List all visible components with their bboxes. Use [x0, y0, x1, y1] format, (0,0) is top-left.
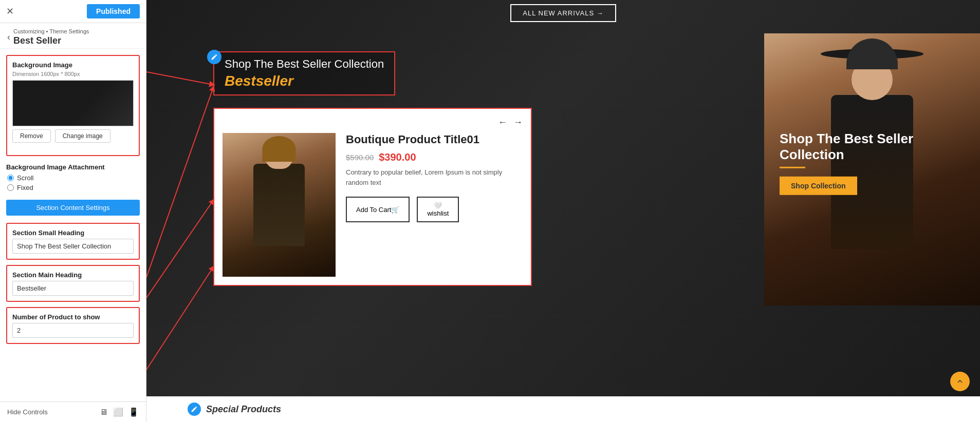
left-panel: ✕ Published ‹ Customizing • Theme Settin… [0, 0, 146, 422]
all-new-arrivals-button[interactable]: ALL NEW ARRIVALS → [510, 4, 616, 22]
product-price-row: $590.00 $390.00 [346, 151, 523, 163]
product-info: Boutique Product Title01 $590.00 $390.00… [346, 133, 523, 277]
panel-footer: Hide Controls 🖥 ⬜ 📱 [0, 401, 146, 422]
main-topbar: ALL NEW ARRIVALS → [146, 0, 980, 26]
background-image-group: Background Image Dimension 1600px * 800p… [6, 55, 140, 156]
product-card-area: ← → Sale! [213, 108, 532, 286]
right-panel-line [780, 167, 805, 168]
product-actions: Add To Cart🛒 🤍 wishlist [346, 197, 523, 222]
small-heading-group: Section Small Heading [6, 223, 140, 260]
change-image-button[interactable]: Change image [55, 129, 110, 143]
prev-button[interactable]: ← [498, 117, 507, 128]
image-preview [12, 80, 134, 126]
product-description: Contrary to popular belief, Lorem Ipsum … [346, 167, 523, 187]
special-products-bar: Special Products [146, 396, 980, 422]
main-heading-group: Section Main Heading [6, 265, 140, 302]
product-placeholder [223, 133, 336, 277]
price-new: $390.00 [379, 151, 416, 163]
scroll-label: Scroll [17, 174, 34, 182]
back-button[interactable]: ‹ [7, 32, 10, 43]
woman-overlay-text: Shop The Best Seller Collection Shop Col… [780, 131, 980, 195]
woman-image: Shop The Best Seller Collection Shop Col… [764, 33, 980, 305]
wishlist-button[interactable]: 🤍 wishlist [417, 197, 459, 222]
edit-pencil-icon[interactable] [207, 50, 221, 64]
published-button[interactable]: Published [87, 4, 140, 18]
bg-attachment-group: Background Image Attachment Scroll Fixed [6, 163, 140, 191]
scroll-top-button[interactable] [950, 372, 970, 391]
shop-collection-button[interactable]: Shop Collection [780, 177, 857, 195]
tablet-icon[interactable]: ⬜ [113, 407, 123, 417]
small-heading-input[interactable] [12, 239, 134, 254]
wishlist-icon: 🤍 [427, 202, 449, 209]
num-products-label: Number of Product to show [12, 313, 134, 321]
breadcrumb: Customizing • Theme Settings [13, 28, 89, 34]
hero-main-heading: Bestseller [225, 73, 384, 89]
mobile-icon[interactable]: 📱 [128, 407, 139, 417]
small-heading-label: Section Small Heading [12, 229, 134, 237]
radio-group: Scroll Fixed [7, 174, 140, 191]
bg-image-label: Background Image [12, 61, 134, 69]
remove-image-button[interactable]: Remove [12, 129, 51, 143]
panel-scroll-area: Background Image Dimension 1600px * 800p… [0, 49, 146, 401]
panel-header: ✕ Published [0, 0, 146, 23]
main-content: ALL NEW ARRIVALS → Shop The Best Seller … [146, 0, 980, 422]
hide-controls-label: Hide Controls [7, 408, 48, 416]
price-old: $590.00 [346, 153, 374, 162]
hero-small-heading: Shop The Best Seller Collection [225, 57, 384, 71]
page-title: Best Seller [13, 35, 89, 46]
scroll-radio[interactable]: Scroll [7, 174, 140, 182]
section-content-button[interactable]: Section Content Settings [6, 200, 140, 216]
special-products-text: Special Products [206, 404, 281, 415]
right-panel-title: Shop The Best Seller Collection [780, 131, 980, 163]
product-card-nav: ← → [223, 117, 523, 128]
close-button[interactable]: ✕ [6, 6, 14, 17]
product-image: Sale! [223, 133, 336, 277]
main-heading-input[interactable] [12, 281, 134, 296]
pencil-svg [211, 53, 218, 61]
desktop-icon[interactable]: 🖥 [100, 407, 108, 417]
device-icons: 🖥 ⬜ 📱 [100, 407, 139, 417]
special-products-icon [188, 402, 201, 416]
fixed-radio-input[interactable] [7, 184, 14, 191]
bg-dimension-label: Dimension 1600px * 800px [12, 71, 134, 77]
hide-controls[interactable]: Hide Controls [7, 408, 48, 416]
scroll-radio-input[interactable] [7, 175, 14, 181]
product-title: Boutique Product Title01 [346, 133, 523, 146]
fixed-radio[interactable]: Fixed [7, 184, 140, 191]
bg-attachment-label: Background Image Attachment [6, 163, 140, 171]
add-to-cart-button[interactable]: Add To Cart🛒 [346, 197, 410, 222]
product-card-inner: Sale! Boutique Product Title01 $59 [223, 133, 523, 277]
image-buttons: Remove Change image [12, 129, 134, 143]
main-heading-label: Section Main Heading [12, 271, 134, 279]
fixed-label: Fixed [17, 184, 33, 191]
num-products-input[interactable] [12, 323, 134, 338]
num-products-group: Number of Product to show [6, 307, 140, 344]
breadcrumb-area: ‹ Customizing • Theme Settings Best Sell… [0, 23, 146, 49]
wishlist-label: wishlist [427, 209, 449, 217]
right-image-panel: Shop The Best Seller Collection Shop Col… [764, 33, 980, 305]
hero-heading-box: Shop The Best Seller Collection Bestsell… [213, 51, 395, 95]
next-button[interactable]: → [513, 117, 523, 128]
